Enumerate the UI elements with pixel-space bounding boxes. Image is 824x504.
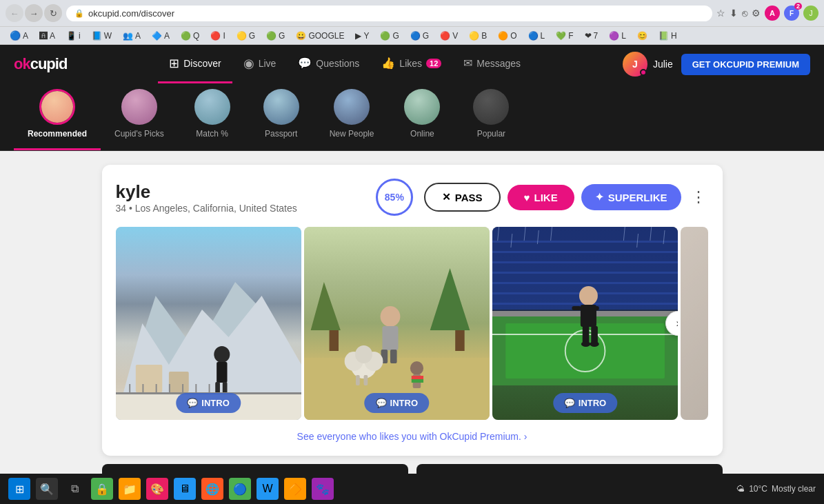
bookmark-item[interactable]: 🔴V	[436, 30, 462, 42]
nav-questions[interactable]: 💬 Questions	[287, 45, 370, 83]
tab-popular[interactable]: Popular	[456, 83, 525, 150]
like-button[interactable]: ♥ LIKE	[508, 185, 574, 210]
nav-live[interactable]: ◉ Live	[232, 45, 288, 83]
extra2[interactable]: 🐾	[312, 478, 334, 500]
bookmark-item[interactable]: 🟢G	[262, 30, 289, 42]
chrome-icon[interactable]: 🔵	[229, 478, 251, 500]
more-options-button[interactable]: ⋮	[688, 188, 709, 206]
okcupid-logo: okcupid	[14, 55, 67, 73]
forward-button[interactable]: →	[25, 4, 43, 22]
photo-3-bg	[492, 227, 678, 420]
address-bar[interactable]: 🔒 okcupid.com/discover	[66, 6, 712, 21]
bookmark-item[interactable]: 💚F	[552, 30, 577, 42]
nav-discover[interactable]: ⊞ Discover	[158, 45, 232, 83]
svg-point-29	[355, 345, 372, 363]
svg-point-49	[579, 286, 598, 305]
photo-2-bg	[304, 227, 490, 420]
tab-passport[interactable]: Passport	[247, 83, 316, 150]
tab-online[interactable]: Online	[388, 83, 456, 150]
intro-icon-1: 💬	[187, 398, 198, 408]
svg-rect-14	[182, 384, 183, 394]
extensions-button[interactable]: ⚙	[752, 8, 761, 19]
word-icon[interactable]: W	[257, 478, 279, 500]
superlike-button[interactable]: ✦ SUPERLIKE	[581, 184, 681, 210]
bookmark-item[interactable]: 🔷A	[148, 30, 174, 42]
discover-icon: ⊞	[169, 56, 179, 71]
task-view[interactable]: ⧉	[63, 478, 86, 500]
bookmark-item[interactable]: 🟡B	[465, 30, 491, 42]
share-button[interactable]: ⎋	[742, 8, 747, 19]
tab-new-people[interactable]: New People	[316, 83, 388, 150]
nav-messages[interactable]: ✉ Messages	[452, 45, 532, 83]
tab-cupids-picks[interactable]: Cupid's Picks	[101, 83, 178, 150]
tab-avatar-recommended	[39, 89, 75, 125]
bookmark-item[interactable]: 🟣L	[605, 30, 630, 42]
search-taskbar[interactable]: 🔍	[36, 478, 58, 500]
weather-temp: 10°C	[749, 484, 767, 494]
user-avatar-wrapper: J	[623, 52, 647, 77]
folder-icon[interactable]: 📁	[119, 478, 141, 500]
svg-rect-4	[168, 372, 188, 392]
svg-rect-13	[168, 384, 170, 394]
likes-icon: 👍	[381, 57, 395, 70]
bookmark-item[interactable]: 📱i	[62, 30, 85, 42]
premium-button[interactable]: GET OKCUPID PREMIUM	[681, 54, 810, 75]
tab-avatar-passport	[263, 89, 299, 125]
intro-button-1[interactable]: 💬 INTRO	[176, 393, 240, 413]
reload-button[interactable]: ↻	[44, 4, 62, 22]
star-button[interactable]: ☆	[716, 8, 725, 19]
bookmark-item[interactable]: 🔵G	[406, 30, 433, 42]
nav-arrows: ← → ↻	[6, 4, 62, 22]
weather-icon: 🌤	[736, 484, 745, 494]
intro-button-2[interactable]: 💬 INTRO	[365, 393, 429, 413]
svg-rect-20	[455, 330, 464, 351]
nav-likes[interactable]: 👍 Likes 12	[370, 45, 452, 83]
tab-recommended[interactable]: Recommended	[14, 83, 101, 150]
pass-button[interactable]: ✕ PASS	[424, 183, 501, 212]
tab-match[interactable]: Match %	[178, 83, 247, 150]
taskbar-right: 🌤 10°C Mostly clear	[736, 484, 816, 494]
bookmark-item[interactable]: 🟢G	[376, 30, 403, 42]
superlike-star-icon: ✦	[595, 191, 604, 203]
avatar-img-popular	[473, 89, 509, 125]
calc-icon[interactable]: 🖥	[174, 478, 196, 500]
user-name: Julie	[653, 59, 673, 70]
avatar-img-recommended	[41, 91, 73, 123]
back-button[interactable]: ←	[6, 4, 23, 22]
user-menu[interactable]: J Julie	[623, 52, 673, 77]
bookmark-item[interactable]: 📗H	[654, 30, 681, 42]
color-icon[interactable]: 🎨	[146, 478, 168, 500]
weather-desc: Mostly clear	[772, 484, 816, 494]
bookmark-item[interactable]: 😀GOOGLE	[292, 30, 348, 42]
url-text: okcupid.com/discover	[88, 8, 174, 19]
start-button[interactable]: ⊞	[8, 478, 30, 500]
svg-point-56	[590, 341, 599, 347]
bookmark-item[interactable]: ▶Y	[351, 30, 373, 42]
bookmark-item[interactable]: 🟢Q	[177, 30, 203, 42]
bookmark-item[interactable]: 🔵L	[524, 30, 550, 42]
bookmark-item[interactable]: 🟡G	[232, 30, 259, 42]
pass-label: PASS	[455, 192, 483, 203]
bookmark-item[interactable]: 👥A	[119, 30, 145, 42]
bookmark-item[interactable]: 🅰A	[35, 30, 59, 42]
profile-avatar-browser[interactable]: A	[765, 6, 780, 21]
windows-icon[interactable]: 🔒	[91, 478, 113, 500]
intro-label-1: INTRO	[201, 398, 229, 408]
okcupid-navbar: okcupid ⊞ Discover ◉ Live 💬 Questions 👍 …	[0, 45, 824, 83]
bookmark-item[interactable]: 📘W	[88, 30, 116, 42]
superlike-label: SUPERLIKE	[608, 192, 667, 203]
intro-button-3[interactable]: 💬 INTRO	[553, 393, 617, 413]
profile-actions: ✕ PASS ♥ LIKE ✦ SUPERLIKE ⋮	[424, 183, 709, 212]
photo-4-bg	[681, 227, 708, 420]
taskbar: ⊞ 🔍 ⧉ 🔒 📁 🎨 🖥 🌐 🔵 W 🔶 🐾 🌤 10°C Mostly cl…	[0, 474, 824, 504]
extra1[interactable]: 🔶	[284, 478, 306, 500]
svg-rect-38	[492, 251, 678, 253]
bookmark-item[interactable]: ❤7	[581, 30, 603, 42]
download-button[interactable]: ⬇	[730, 8, 738, 19]
bookmark-item[interactable]: 🔴I	[206, 30, 229, 42]
bookmark-item[interactable]: 😊	[633, 30, 652, 42]
premium-prompt[interactable]: See everyone who likes you with OkCupid …	[116, 431, 709, 442]
bookmark-item[interactable]: 🔵A	[6, 29, 32, 42]
bookmark-item[interactable]: 🟠O	[494, 30, 521, 42]
browser-icon[interactable]: 🌐	[201, 478, 223, 500]
